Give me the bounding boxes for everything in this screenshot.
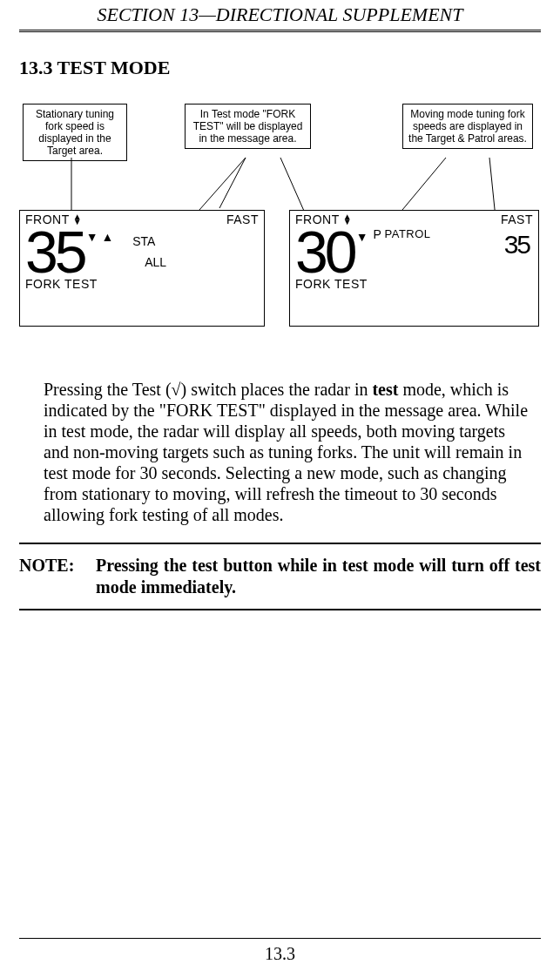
diagram-area: Stationary tuning fork speed is displaye… [19, 104, 541, 347]
body-text-a: Pressing the Test (√) switch places the … [44, 380, 372, 399]
fork-test-label: FORK TEST [290, 277, 538, 293]
display-stationary: FRONT ▲▼ FAST 35 ▼ ▲ STA ALL FORK TEST [19, 210, 265, 327]
display-moving: FRONT ▲▼ FAST 30 ▼ P PATROL 35 FORK TEST [289, 210, 539, 327]
patrol-speed: 35 [374, 239, 534, 251]
page-footer: 13.3 [19, 938, 541, 964]
divider [19, 609, 541, 610]
direction-arrows: ▼ ▲ [84, 226, 114, 244]
body-paragraph: Pressing the Test (√) switch places the … [44, 379, 534, 525]
target-speed: 30 [295, 226, 354, 277]
page-number: 13.3 [265, 944, 295, 963]
page: SECTION 13—DIRECTIONAL SUPPLEMENT 13.3 T… [0, 0, 560, 971]
patrol-label: PATROL [384, 227, 430, 240]
body-text-c: mode, which is indicated by the "FORK TE… [44, 380, 528, 524]
mode-sta: STA [120, 233, 166, 249]
target-speed: 35 [25, 226, 84, 277]
fork-test-label: FORK TEST [20, 277, 264, 293]
svg-line-1 [219, 158, 246, 208]
fast-label: FAST [226, 212, 259, 226]
fast-label: FAST [501, 212, 533, 226]
section-title: 13.3 TEST MODE [19, 57, 541, 79]
direction-arrow: ▼ [354, 226, 368, 244]
note-text: Pressing the test button while in test m… [96, 555, 541, 598]
body-text-bold: test [372, 380, 398, 399]
page-header: SECTION 13—DIRECTIONAL SUPPLEMENT [19, 0, 541, 32]
callout-stationary: Stationary tuning fork speed is displaye… [23, 104, 127, 161]
callout-test-mode: In Test mode "FORK TEST" will be display… [185, 104, 311, 149]
divider [19, 543, 541, 544]
p-indicator: P [374, 227, 381, 241]
note-label: NOTE: [19, 555, 96, 598]
mode-all: ALL [120, 254, 166, 270]
note-block: NOTE: Pressing the test button while in … [19, 555, 541, 598]
callout-moving: Moving mode tuning fork speeds are displ… [402, 104, 533, 149]
